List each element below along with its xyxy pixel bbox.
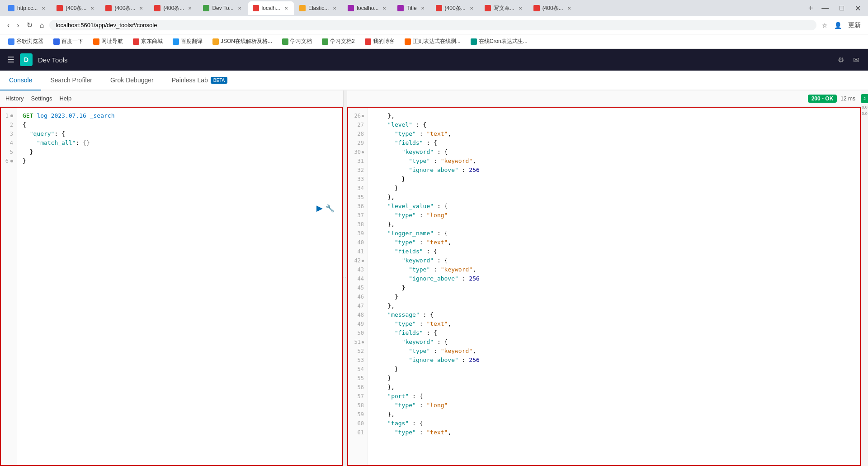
browser-tab-4[interactable]: (400条... ✕ (150, 1, 198, 15)
browser-tab-2[interactable]: (400条... ✕ (52, 1, 100, 15)
tab-favicon (203, 5, 209, 11)
panel-divider[interactable]: ⋮ (344, 90, 347, 466)
bookmark-favicon (93, 38, 99, 45)
bookmark-item[interactable]: 在线Cron表达式生... (467, 37, 531, 46)
tab-bar: http.cc... ✕ (400条... ✕ (400条... ✕ (400条… (0, 0, 868, 16)
tab-title: 写文章... (494, 5, 514, 12)
topbar-right: ⚙ ✉ (836, 54, 861, 66)
bookmark-favicon (471, 38, 477, 45)
tab-close-button[interactable]: ✕ (381, 5, 387, 11)
devtools-tab-grok-debugger[interactable]: Grok Debugger (101, 71, 163, 90)
tab-close-button[interactable]: ✕ (517, 5, 524, 11)
browser-tab-7[interactable]: Elastic... ✕ (295, 1, 342, 15)
url-bar[interactable]: localhost:5601/app/dev_tools#/console (49, 20, 816, 30)
output-code-line: } (373, 292, 854, 301)
browser-tab-6[interactable]: localh... ✕ (248, 1, 294, 15)
browser-tab-8[interactable]: localho... ✕ (343, 1, 392, 15)
bookmark-item[interactable]: 学习文档 (278, 37, 316, 46)
bookmark-item[interactable]: 我的博客 (361, 37, 398, 46)
wrench-button[interactable]: 🔧 (326, 203, 335, 213)
history-button[interactable]: History (5, 93, 24, 104)
bookmark-label: 在线Cron表达式生... (479, 38, 528, 45)
devtools-tab-console[interactable]: Console (0, 71, 41, 90)
tab-close-button[interactable]: ✕ (283, 5, 289, 11)
bookmark-item[interactable]: JSON在线解析及格... (209, 37, 276, 46)
bookmark-item[interactable]: 学习文档2 (318, 37, 359, 46)
browser-tab-9[interactable]: Title ✕ (393, 1, 430, 15)
status-badge: 200 - OK (808, 95, 837, 103)
output-code-line: }, (373, 410, 854, 419)
bookmark-favicon (365, 38, 371, 45)
output-line-num: 30 (348, 147, 368, 157)
refresh-button[interactable]: ↻ (25, 19, 34, 31)
output-area[interactable]: 2627282930313233343536373839404142434445… (347, 107, 861, 466)
devtools-tab-painless-lab[interactable]: Painless LabBETA (163, 71, 237, 90)
output-code-line: "fields" : { (373, 138, 854, 147)
bookmark-item[interactable]: 京东商城 (129, 37, 166, 46)
output-code-line: "type" : "text", (373, 428, 854, 437)
output-line-num: 51 (348, 338, 368, 347)
browser-tab-10[interactable]: (400条... ✕ (431, 1, 479, 15)
browser-tab-1[interactable]: http.cc... ✕ (4, 1, 51, 15)
browser-tab-11[interactable]: 写文章... ✕ (480, 1, 528, 15)
tab-close-button[interactable]: ✕ (187, 5, 193, 11)
bookmark-item[interactable]: 百度一下 (50, 37, 87, 46)
bookmark-item[interactable]: 网址导航 (90, 37, 127, 46)
output-code-line: "type" : "text", (373, 238, 854, 247)
output-line-num: 49 (348, 319, 368, 328)
settings-button[interactable]: Settings (31, 93, 52, 104)
home-button[interactable]: ⌂ (38, 19, 46, 31)
bookmark-label: 我的博客 (373, 38, 395, 45)
bookmark-label: 网址导航 (101, 38, 123, 45)
tab-title: (400条... (163, 5, 184, 12)
bookmark-favicon (212, 38, 219, 45)
hamburger-button[interactable]: ☰ (7, 55, 14, 65)
browser-tab-12[interactable]: (400条... ✕ (529, 1, 577, 15)
code-content[interactable]: GET log-2023.07.16 _search{ "query": { "… (17, 108, 342, 465)
tab-close-button[interactable]: ✕ (420, 5, 426, 11)
output-code-line: "fields" : { (373, 328, 854, 338)
help-button[interactable]: Help (59, 93, 71, 104)
forward-button[interactable]: › (15, 19, 21, 31)
maximize-button[interactable]: □ (836, 3, 848, 13)
bookmark-item[interactable]: 正则表达式在线测... (401, 37, 464, 46)
output-line-num: 31 (348, 157, 368, 166)
tab-close-button[interactable]: ✕ (89, 5, 95, 11)
update-button[interactable]: 更新 (846, 19, 863, 31)
tab-title: Dev To... (212, 5, 233, 11)
tab-favicon (485, 5, 491, 11)
output-code[interactable]: }, "level" : { "type" : "text", "fields"… (368, 108, 860, 465)
output-code-line: } (373, 374, 854, 383)
notifications-icon-button[interactable]: ✉ (851, 54, 861, 66)
close-window-button[interactable]: ✕ (851, 3, 864, 14)
bookmark-favicon (53, 38, 60, 45)
settings-icon-button[interactable]: ⚙ (836, 54, 846, 66)
tab-close-button[interactable]: ✕ (468, 5, 475, 11)
run-button[interactable]: ▶ (316, 203, 323, 213)
bookmark-button[interactable]: ☆ (820, 19, 830, 31)
output-line-num: 48 (348, 310, 368, 319)
bookmark-item[interactable]: 谷歌浏览器 (5, 37, 47, 46)
output-code-line: "port" : { (373, 392, 854, 401)
output-code-line: "type" : "keyword", (373, 265, 854, 274)
minimize-button[interactable]: — (818, 3, 832, 13)
output-code-line: "level" : { (373, 120, 854, 129)
back-button[interactable]: ‹ (5, 19, 11, 31)
devtools-tab-label: Console (9, 76, 32, 84)
tab-title: (400条... (542, 5, 563, 12)
new-tab-button[interactable]: + (804, 2, 817, 14)
devtools-tab-search-profiler[interactable]: Search Profiler (41, 71, 101, 90)
bookmark-item[interactable]: 百度翻译 (169, 37, 206, 46)
tab-close-button[interactable]: ✕ (40, 5, 47, 11)
browser-tab-5[interactable]: Dev To... ✕ (198, 1, 247, 15)
tab-close-button[interactable]: ✕ (331, 5, 338, 11)
browser-tab-3[interactable]: (400条... ✕ (101, 1, 149, 15)
tab-close-button[interactable]: ✕ (236, 5, 243, 11)
editor-area[interactable]: 123456 GET log-2023.07.16 _search{ "quer… (0, 107, 343, 466)
tab-close-button[interactable]: ✕ (138, 5, 144, 11)
bookmark-label: JSON在线解析及格... (221, 38, 272, 45)
output-code-line: "keyword" : { (373, 338, 854, 347)
devtools-tab-label: Painless Lab (172, 76, 208, 84)
tab-close-button[interactable]: ✕ (566, 5, 572, 11)
profile-button[interactable]: 👤 (832, 19, 844, 31)
